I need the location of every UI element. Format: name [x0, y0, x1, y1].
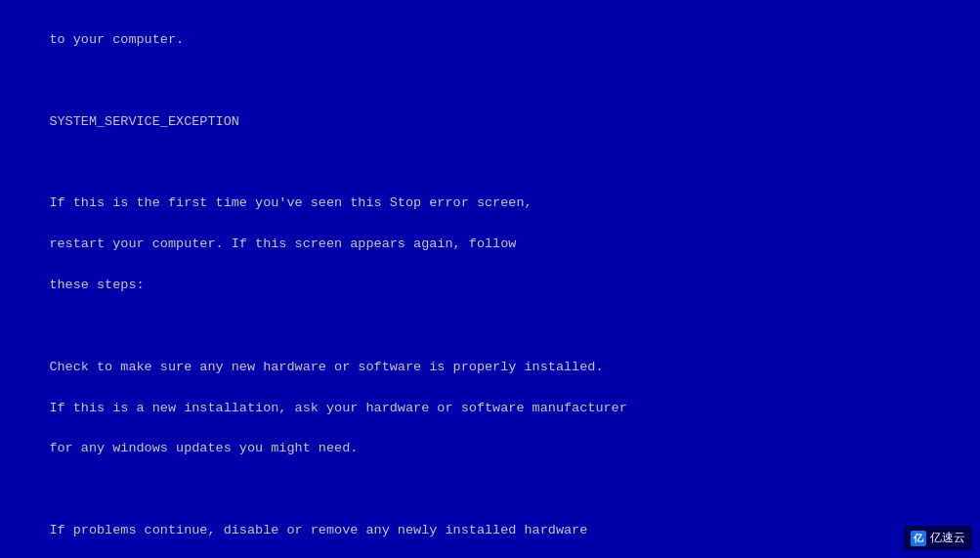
line-1: to your computer. — [49, 32, 184, 47]
line-error-code: SYSTEM_SERVICE_EXCEPTION — [49, 114, 238, 129]
line-problems: If problems continue, disable or remove … — [49, 523, 587, 537]
line-these-steps: these steps: — [49, 278, 144, 292]
line-updates: for any windows updates you might need. — [49, 441, 358, 455]
watermark: 亿 亿速云 — [904, 526, 972, 550]
watermark-logo: 亿 — [911, 531, 926, 546]
bsod-screen: to your computer. SYSTEM_SERVICE_EXCEPTI… — [0, 0, 980, 558]
bsod-content: to your computer. SYSTEM_SERVICE_EXCEPTI… — [18, 10, 962, 558]
watermark-text: 亿速云 — [930, 529, 965, 547]
line-restart: restart your computer. If this screen ap… — [49, 236, 516, 251]
line-new-install: If this is a new installation, ask your … — [49, 401, 626, 415]
line-check: Check to make sure any new hardware or s… — [49, 360, 603, 374]
line-first-time: If this is the first time you've seen th… — [49, 195, 532, 210]
